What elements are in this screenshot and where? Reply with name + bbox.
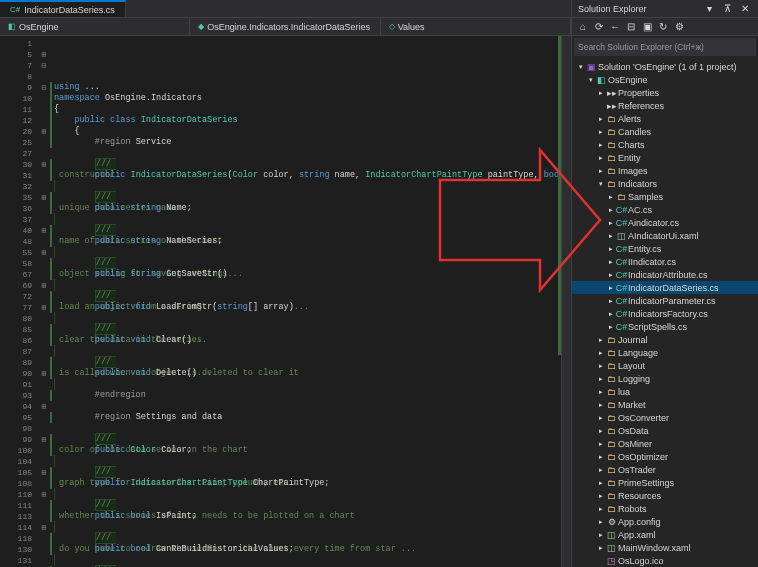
tree-item[interactable]: ▸🗀Journal bbox=[572, 333, 758, 346]
nav-project[interactable]: ◧ OsEngine bbox=[0, 18, 190, 35]
tree-item[interactable]: ▸C#IIndicator.cs bbox=[572, 255, 758, 268]
tree-item[interactable]: ▸C#IndicatorsFactory.cs bbox=[572, 307, 758, 320]
csharp-icon: C# bbox=[10, 5, 20, 14]
tree-item[interactable]: ▸🗀Language bbox=[572, 346, 758, 359]
tree-item[interactable]: ◳OsLogo.ico bbox=[572, 554, 758, 567]
tree-item[interactable]: ▸C#IndicatorDataSeries.cs bbox=[572, 281, 758, 294]
tree-item[interactable]: ▸🗀Images bbox=[572, 164, 758, 177]
editor-pane: C# IndicatorDataSeries.cs ◧ OsEngine ◆ O… bbox=[0, 0, 571, 567]
tree-item[interactable]: ▸🗀Layout bbox=[572, 359, 758, 372]
tree-item[interactable]: ▸🗀Alerts bbox=[572, 112, 758, 125]
tree-item[interactable]: ▸◫App.xaml bbox=[572, 528, 758, 541]
tree-item[interactable]: ▸⚙App.config bbox=[572, 515, 758, 528]
tree-item[interactable]: ▸🗀Samples bbox=[572, 190, 758, 203]
tree-item[interactable]: ▸🗀OsMiner bbox=[572, 437, 758, 450]
search-input[interactable]: Search Solution Explorer (Ctrl+ж) bbox=[574, 38, 756, 56]
project-icon: ◧ bbox=[8, 22, 16, 31]
properties-icon[interactable]: ⚙ bbox=[672, 20, 686, 34]
tree-item[interactable]: ▸🗀Robots bbox=[572, 502, 758, 515]
tree-item[interactable]: ▸◫AIndicatorUi.xaml bbox=[572, 229, 758, 242]
tree-item[interactable]: ▸C#Entity.cs bbox=[572, 242, 758, 255]
tree-item[interactable]: ▸C#IndicatorAttribute.cs bbox=[572, 268, 758, 281]
solution-explorer: Solution Explorer ▾ ⊼ ✕ ⌂ ⟳ ← ⊟ ▣ ↻ ⚙ Se… bbox=[571, 0, 758, 567]
code-editor[interactable]: 1578910111220252730313235363740485558676… bbox=[0, 36, 571, 567]
nav-member[interactable]: ◇ Values bbox=[381, 18, 571, 35]
collapse-icon[interactable]: ⊟ bbox=[624, 20, 638, 34]
tree-item[interactable]: ▸🗀OsOptimizer bbox=[572, 450, 758, 463]
nav-class[interactable]: ◆ OsEngine.Indicators.IndicatorDataSerie… bbox=[190, 18, 380, 35]
tab-bar: C# IndicatorDataSeries.cs bbox=[0, 0, 571, 18]
code-content[interactable]: using ...namespace OsEngine.Indicators{ … bbox=[50, 36, 561, 567]
home-icon[interactable]: ⌂ bbox=[576, 20, 590, 34]
showall-icon[interactable]: ▣ bbox=[640, 20, 654, 34]
tree-item[interactable]: ▾🗀Indicators bbox=[572, 177, 758, 190]
tree-item[interactable]: ▸🗀Entity bbox=[572, 151, 758, 164]
line-gutter: 1578910111220252730313235363740485558676… bbox=[0, 36, 38, 567]
expand-icon[interactable]: ▾ bbox=[576, 63, 585, 71]
tree-item[interactable]: ▸🗀lua bbox=[572, 385, 758, 398]
tree-item[interactable]: ▸🗀OsData bbox=[572, 424, 758, 437]
class-icon: ◆ bbox=[198, 22, 204, 31]
solution-root[interactable]: ▾ ▣ Solution 'OsEngine' (1 of 1 project) bbox=[572, 60, 758, 73]
tree-item[interactable]: ▸🗀Charts bbox=[572, 138, 758, 151]
tree-item[interactable]: ▸🗀Resources bbox=[572, 489, 758, 502]
scroll-map[interactable] bbox=[561, 36, 571, 567]
back-icon[interactable]: ← bbox=[608, 20, 622, 34]
close-icon[interactable]: ✕ bbox=[738, 2, 752, 16]
tree-item[interactable]: ▸🗀OsTrader bbox=[572, 463, 758, 476]
solution-icon: ▣ bbox=[585, 62, 598, 72]
tree-item[interactable]: ▸🗀Logging bbox=[572, 372, 758, 385]
navigation-bar: ◧ OsEngine ◆ OsEngine.Indicators.Indicat… bbox=[0, 18, 571, 36]
field-icon: ◇ bbox=[389, 22, 395, 31]
tab-title: IndicatorDataSeries.cs bbox=[24, 5, 115, 15]
tree-item[interactable]: ▸🗀OsConverter bbox=[572, 411, 758, 424]
dropdown-icon[interactable]: ▾ bbox=[702, 2, 716, 16]
tree-item[interactable]: ▸C#Aindicator.cs bbox=[572, 216, 758, 229]
solution-tree[interactable]: ▾ ▣ Solution 'OsEngine' (1 of 1 project)… bbox=[572, 58, 758, 567]
fold-column[interactable]: ⊞⊟⊟⊞⊞⊞⊞⊞⊞⊞⊞⊞⊞⊞⊞⊞ bbox=[38, 36, 50, 567]
sync-icon[interactable]: ⟳ bbox=[592, 20, 606, 34]
tree-item[interactable]: ▸◫MainWindow.xaml bbox=[572, 541, 758, 554]
tree-item[interactable]: ▸🗀Market bbox=[572, 398, 758, 411]
tree-item[interactable]: ▸🗀Candles bbox=[572, 125, 758, 138]
toolbar: ⌂ ⟳ ← ⊟ ▣ ↻ ⚙ bbox=[572, 18, 758, 36]
panel-header: Solution Explorer ▾ ⊼ ✕ bbox=[572, 0, 758, 18]
tree-item[interactable]: ▸🗀PrimeSettings bbox=[572, 476, 758, 489]
change-tracker bbox=[558, 36, 561, 567]
tree-item[interactable]: ▸C#IndicatorParameter.cs bbox=[572, 294, 758, 307]
tab-file[interactable]: C# IndicatorDataSeries.cs bbox=[0, 0, 126, 17]
tree-item[interactable]: ▸▸▸Properties bbox=[572, 86, 758, 99]
tree-item[interactable]: ▸C#ScriptSpells.cs bbox=[572, 320, 758, 333]
refresh-icon[interactable]: ↻ bbox=[656, 20, 670, 34]
pin-icon[interactable]: ⊼ bbox=[720, 2, 734, 16]
tree-item[interactable]: ▸▸References bbox=[572, 99, 758, 112]
tree-item[interactable]: ▾◧OsEngine bbox=[572, 73, 758, 86]
tree-item[interactable]: ▸C#AC.cs bbox=[572, 203, 758, 216]
